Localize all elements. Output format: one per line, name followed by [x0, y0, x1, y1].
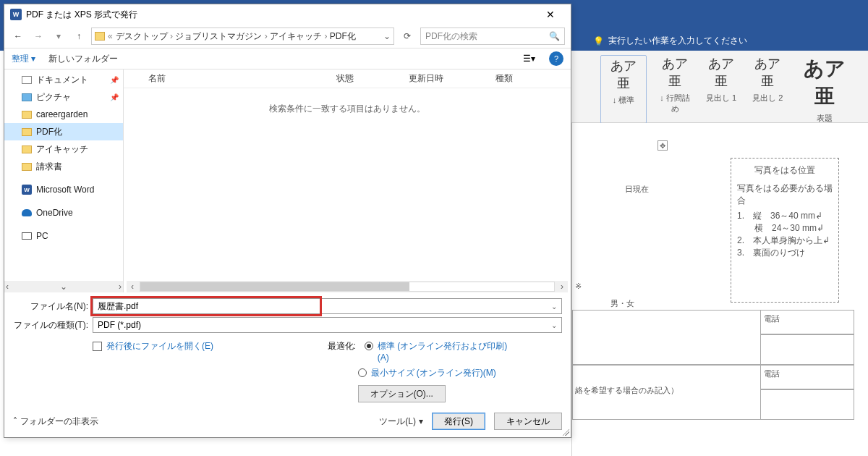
- tree-item[interactable]: PDF化: [4, 123, 123, 140]
- tell-me-search[interactable]: 💡 実行したい作業を入力してください: [593, 35, 747, 47]
- photo-note-line: 3. 裏面のりづけ: [737, 247, 833, 259]
- col-status[interactable]: 状態: [336, 72, 409, 85]
- style-sample: あア亜: [749, 55, 786, 90]
- view-menu[interactable]: ☰▾: [522, 51, 536, 66]
- file-list: 名前 状態 更新日時 種類 検索条件に一致する項目はありません。 ‹›: [124, 69, 571, 292]
- tree-item[interactable]: ドキュメント📌: [4, 71, 123, 88]
- photo-placeholder: 写真をはる位置 写真をはる必要がある場合 1. 縦 36～40 mm↲ 横 24…: [731, 158, 839, 303]
- breadcrumb-item[interactable]: PDF化: [330, 31, 356, 41]
- back-button[interactable]: ←: [10, 28, 26, 44]
- filetype-value: PDF (*.pdf): [98, 320, 141, 330]
- forward-button[interactable]: →: [30, 28, 46, 44]
- organize-menu[interactable]: 整理 ▾: [12, 53, 35, 65]
- recent-dropdown[interactable]: ▾: [51, 28, 67, 44]
- tree-item-label: OneDrive: [36, 208, 73, 218]
- breadcrumb-item[interactable]: デスクトップ: [116, 31, 168, 41]
- horizontal-scrollbar[interactable]: ‹›: [127, 281, 568, 292]
- word-icon: W: [22, 185, 32, 195]
- checkbox-icon: [93, 342, 102, 351]
- search-icon: 🔍: [549, 31, 560, 41]
- optimize-min-radio[interactable]: [358, 368, 367, 377]
- tree-item-label: 請求書: [36, 161, 62, 173]
- word-document: ✥ 日現在 写真をはる位置 写真をはる必要がある場合 1. 縦 36～40 mm…: [571, 123, 868, 456]
- doc-big-cell-1: [572, 310, 760, 365]
- breadcrumb-item[interactable]: ジョブリストマガジン: [175, 31, 262, 41]
- style-label: 表題: [796, 113, 854, 124]
- photo-note-line: 2. 本人単身胸から上↲: [737, 235, 833, 247]
- photo-title: 写真をはる位置: [737, 164, 833, 177]
- bulb-icon: 💡: [593, 36, 604, 46]
- pin-icon: 📌: [110, 76, 119, 84]
- style-sample: あア亜: [796, 55, 854, 110]
- style-tile[interactable]: あア亜↓ 行間詰め: [657, 55, 693, 124]
- folder-icon: [22, 111, 32, 119]
- tree-item[interactable]: ピクチャ📌: [4, 88, 123, 106]
- options-button[interactable]: オプション(O)...: [358, 385, 446, 402]
- tree-item[interactable]: 請求書: [4, 158, 123, 175]
- col-name[interactable]: 名前: [148, 72, 336, 85]
- nav-bar: ← → ▾ ↑ « デスクトップ › ジョブリストマガジン › アイキャッチ ›…: [4, 25, 571, 48]
- optimize-standard-radio[interactable]: [365, 342, 373, 350]
- doc-date-label: 日現在: [572, 181, 652, 203]
- tree-item[interactable]: PC: [4, 227, 123, 245]
- filetype-select[interactable]: PDF (*.pdf) ⌄: [93, 317, 562, 333]
- search-input[interactable]: PDF化の検索 🔍: [420, 28, 565, 45]
- folder-icon: [95, 32, 105, 41]
- style-tile[interactable]: あア亜↓ 標準: [600, 55, 647, 124]
- style-tile[interactable]: あア亜見出し 2: [749, 55, 786, 124]
- style-sample: あア亜: [703, 55, 739, 90]
- cancel-button[interactable]: キャンセル: [494, 413, 562, 430]
- list-header[interactable]: 名前 状態 更新日時 種類: [124, 69, 571, 88]
- style-tile[interactable]: あア亜表題: [796, 55, 854, 124]
- filetype-label: ファイルの種類(T):: [13, 319, 93, 332]
- tree-item-label: PDF化: [36, 126, 62, 138]
- tools-label: ツール(L): [379, 415, 416, 428]
- style-label: 見出し 1: [703, 93, 739, 104]
- doc-asterisk: ※: [572, 279, 608, 294]
- style-label: ↓ 行間詰め: [657, 93, 693, 114]
- doc-empty-2: [760, 389, 854, 420]
- tree-item-label: careergarden: [36, 109, 88, 119]
- empty-message: 検索条件に一致する項目はありません。: [124, 103, 571, 115]
- dialog-titlebar: W PDF または XPS 形式で発行 ✕: [4, 4, 571, 25]
- close-button[interactable]: ✕: [536, 9, 565, 20]
- breadcrumb[interactable]: « デスクトップ › ジョブリストマガジン › アイキャッチ › PDF化 ⌄: [91, 28, 394, 45]
- resize-grip[interactable]: [561, 427, 569, 436]
- style-label: ↓ 標準: [605, 95, 642, 106]
- sidebar-scrollbar[interactable]: ‹⌄›: [4, 281, 123, 292]
- dialog-bottom: ファイル名(N): ⌄ ファイルの種類(T): PDF (*.pdf) ⌄ 発行…: [4, 292, 571, 437]
- filename-input[interactable]: ⌄: [93, 298, 562, 314]
- doc-phone-2: 電話: [760, 365, 854, 389]
- chevron-down-icon[interactable]: ⌄: [551, 321, 557, 329]
- style-sample: あア亜: [605, 57, 642, 92]
- hide-folders-toggle[interactable]: ˄ フォルダーの非表示: [13, 415, 98, 428]
- tree-item-label: アイキャッチ: [36, 143, 88, 156]
- tree-item[interactable]: OneDrive: [4, 204, 123, 221]
- tree-item[interactable]: WMicrosoft Word: [4, 181, 123, 198]
- pin-icon: 📌: [110, 93, 119, 101]
- publish-button[interactable]: 発行(S): [432, 413, 485, 430]
- col-type[interactable]: 種類: [495, 72, 553, 85]
- chevron-up-icon: ˄: [13, 416, 17, 426]
- new-folder-button[interactable]: 新しいフォルダー: [48, 53, 118, 65]
- up-button[interactable]: ↑: [71, 28, 87, 44]
- tree-item[interactable]: careergarden: [4, 106, 123, 123]
- tell-me-label: 実行したい作業を入力してください: [608, 35, 747, 47]
- ribbon-styles: あア亜↓ 標準あア亜↓ 行間詰めあア亜見出し 1あア亜見出し 2あア亜表題 スタ…: [571, 51, 868, 123]
- open-after-label: 発行後にファイルを開く(E): [106, 340, 213, 352]
- anchor-icon: ✥: [658, 140, 668, 151]
- tools-menu[interactable]: ツール(L) ▾: [379, 415, 423, 428]
- style-tile[interactable]: あア亜見出し 1: [703, 55, 739, 124]
- col-date[interactable]: 更新日時: [409, 72, 495, 85]
- breadcrumb-item[interactable]: アイキャッチ: [270, 31, 322, 41]
- refresh-button[interactable]: ⟳: [399, 28, 416, 45]
- open-after-checkbox[interactable]: 発行後にファイルを開く(E): [93, 340, 213, 352]
- filename-field[interactable]: [98, 301, 551, 311]
- chevron-down-icon[interactable]: ⌄: [551, 303, 557, 311]
- dialog-title: PDF または XPS 形式で発行: [26, 9, 536, 21]
- tree-item[interactable]: アイキャッチ: [4, 140, 123, 158]
- hide-folders-label: フォルダーの非表示: [20, 415, 98, 428]
- help-button[interactable]: ?: [549, 51, 563, 66]
- doc-empty-1: [760, 334, 854, 365]
- optimize-min-label: 最小サイズ (オンライン発行)(M): [371, 367, 496, 379]
